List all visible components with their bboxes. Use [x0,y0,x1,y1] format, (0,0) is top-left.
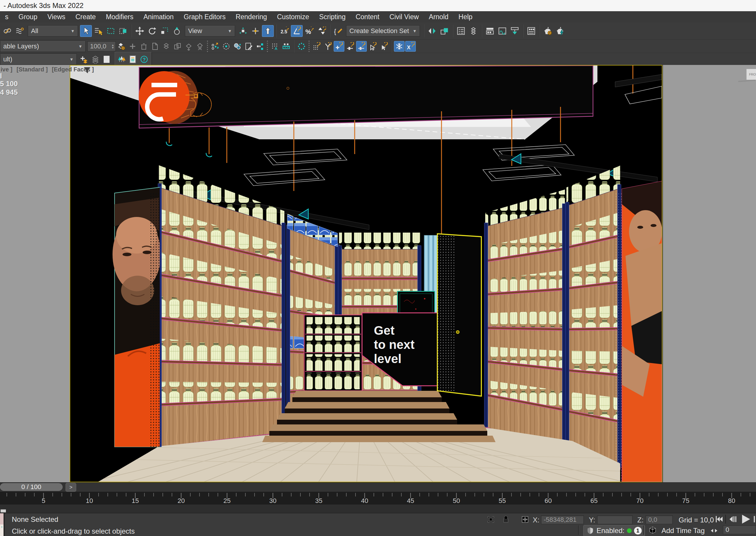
viewport-shading-label[interactable]: [Standard ] [17,66,48,73]
go-to-start-button[interactable] [715,515,724,525]
next-frame-button[interactable]: > [66,483,76,492]
right-viewport-area[interactable] [663,65,756,482]
select-and-link-button[interactable] [1,25,13,37]
viewport-label[interactable]: ive ] [Standard ] [Edged Faces ] [1,66,94,73]
x-coordinate-field[interactable]: -58348,281 [541,515,584,524]
timeline-ruler[interactable]: 5101520253035404550556065707580 [0,492,756,504]
viewcube[interactable]: FRO [746,69,756,80]
snaps-toggle-2-5d-button[interactable] [279,25,290,37]
current-frame-field[interactable]: 0 [723,525,756,534]
z-coordinate-field[interactable]: 0,0 [645,515,673,524]
toggle-ribbon-button[interactable] [484,25,496,37]
poster-man[interactable] [113,187,161,447]
menu-item-create[interactable]: Create [70,11,101,22]
snap-vertex-button[interactable] [323,41,333,51]
maxscript-listener-strip[interactable]: › [0,524,4,536]
menu-item-modifiers[interactable]: Modifiers [101,11,138,22]
select-by-name-button[interactable] [92,25,104,37]
snap-midpoint-button[interactable] [356,41,367,51]
layers-dropdown[interactable]: able Layers)▼ [0,41,86,52]
add-selection-to-layer-button[interactable] [172,41,183,51]
named-selection-set-dropdown[interactable]: Create Selection Set▼ [346,25,420,37]
previous-frame-button[interactable] [728,515,737,525]
snap-edge-button[interactable] [345,41,356,51]
menu-item-help[interactable]: Help [454,11,477,22]
bind-to-space-warp-button[interactable] [14,25,26,37]
frame-spinner-arrows[interactable] [710,526,718,536]
percent-snap-toggle-button[interactable] [303,25,315,37]
snap-face-button[interactable] [367,41,378,51]
render-setup-button[interactable] [542,25,554,37]
funnel-icon[interactable] [83,67,91,76]
menu-item-civil-view[interactable]: Civil View [385,11,424,22]
curve-editor-button[interactable] [497,25,508,37]
keyboard-shortcut-override-button[interactable] [262,25,274,37]
copy-layer-button[interactable] [150,41,160,51]
schematic-view-button[interactable] [509,25,521,37]
layer-list-button[interactable] [90,54,101,65]
measure-distance-button[interactable] [281,41,292,51]
y-coordinate-field[interactable] [597,515,633,524]
track-bar[interactable] [0,504,756,513]
macro-recorder-strip[interactable] [0,513,4,524]
use-pivot-point-center-button[interactable] [237,25,249,37]
set-current-layer-button[interactable] [194,41,205,51]
select-object-button[interactable] [80,25,92,37]
animation-enabled-toggle[interactable]: Enabled: 1 [583,525,645,536]
selected-pillar[interactable] [437,234,481,396]
menu-item-scripting[interactable]: Scripting [314,11,351,22]
spinner-snap-toggle-button[interactable] [316,25,327,37]
value-spinner-field[interactable]: 100,0▲▼ [87,41,116,51]
snap-frozen-toggle-button[interactable] [394,41,405,51]
play-button[interactable] [740,514,751,526]
rectangular-selection-region-button[interactable] [105,25,117,37]
toggle-scene-explorer-button[interactable] [455,25,467,37]
snap-grid-points-button[interactable] [311,41,322,51]
help-button[interactable] [139,54,150,65]
mirror-button[interactable] [426,25,438,37]
menu-item-group[interactable]: Group [14,11,43,22]
left-viewport-area[interactable] [0,65,70,482]
menu-item-views[interactable]: Views [42,11,70,22]
selection-lock-icon[interactable] [501,515,510,525]
absolute-mode-icon[interactable] [521,515,529,525]
viewport-name-fragment[interactable]: ive ] [1,66,13,73]
transform-entry-button[interactable] [255,41,265,51]
select-layer-objects-button[interactable] [184,41,194,51]
delete-layer-button[interactable] [139,41,149,51]
menu-item-rendering[interactable]: Rendering [231,11,272,22]
forest-tools-button[interactable] [116,54,127,65]
select-and-scale-button[interactable] [158,25,170,37]
menu-item-arnold[interactable]: Arnold [424,11,453,22]
grid-align-button[interactable] [270,41,280,51]
select-and-rotate-button[interactable] [146,25,158,37]
next-frame-step-button[interactable] [752,515,756,525]
selection-filter-dropdown[interactable]: All▼ [28,25,78,37]
color-swatch-button[interactable] [101,54,112,65]
window-crossing-toggle-button[interactable] [117,25,129,37]
snap-endpoint-button[interactable] [379,41,389,51]
spinner-arrows-icon[interactable]: ▲▼ [111,44,114,49]
align-button[interactable] [438,25,450,37]
scene-canvas[interactable]: Get to next level [70,66,662,482]
menu-item-graph-editors[interactable]: Graph Editors [179,11,231,22]
menu-item-animation[interactable]: Animation [139,11,179,22]
menu-item-s[interactable]: s [0,11,14,22]
edit-named-selection-sets-button[interactable] [332,25,344,37]
select-and-manipulate-button[interactable] [250,25,261,37]
camera-viewport[interactable]: Get to next level [70,65,662,482]
menu-item-content[interactable]: Content [351,11,385,22]
create-new-layer-button[interactable] [116,41,127,51]
preset-dropdown[interactable]: ult)▼ [0,54,77,65]
add-layer-button[interactable] [79,54,89,65]
material-editor-button[interactable] [525,25,537,37]
display-toggle-button[interactable] [232,41,243,51]
angle-snap-toggle-button[interactable] [291,25,303,37]
snap-pivot-button[interactable] [334,41,344,51]
time-slider-handle[interactable]: 0 / 100 [0,483,63,491]
edit-properties-button[interactable] [243,41,254,51]
document-settings-button[interactable] [127,54,138,65]
snap-axis-constraint-button[interactable] [405,41,416,51]
center-on-selection-button[interactable] [221,41,231,51]
menu-item-customize[interactable]: Customize [272,11,314,22]
